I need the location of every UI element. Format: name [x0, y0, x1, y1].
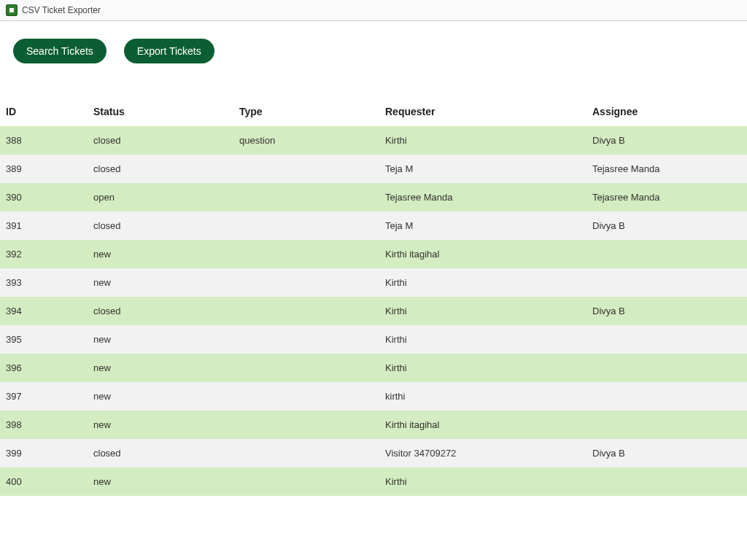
cell-type: [233, 354, 379, 382]
cell-status: new: [88, 382, 233, 411]
table-row[interactable]: 392newKirthi itagihal: [0, 240, 747, 268]
cell-type: [233, 467, 379, 496]
cell-assignee: Tejasree Manda: [587, 183, 747, 211]
cell-assignee: [587, 467, 747, 496]
cell-requester: Kirthi: [379, 297, 587, 325]
cell-status: new: [88, 354, 233, 382]
app-title: CSV Ticket Exporter: [22, 5, 101, 15]
cell-assignee: Divya B: [587, 126, 747, 155]
window-titlebar: CSV Ticket Exporter: [0, 0, 747, 21]
table-row[interactable]: 399closedVisitor 34709272Divya B: [0, 439, 747, 467]
cell-status: new: [88, 325, 233, 354]
cell-type: [233, 411, 379, 439]
cell-id: 392: [0, 240, 88, 268]
cell-id: 398: [0, 411, 88, 439]
cell-requester: Teja M: [379, 155, 587, 183]
cell-assignee: [587, 411, 747, 439]
cell-type: question: [233, 126, 379, 155]
col-header-id: ID: [0, 97, 88, 126]
table-row[interactable]: 393newKirthi: [0, 268, 747, 297]
cell-requester: Kirthi: [379, 354, 587, 382]
cell-assignee: Divya B: [587, 211, 747, 240]
cell-type: [233, 155, 379, 183]
cell-requester: Kirthi: [379, 325, 587, 354]
cell-id: 389: [0, 155, 88, 183]
cell-status: new: [88, 268, 233, 297]
cell-type: [233, 240, 379, 268]
cell-assignee: Tejasree Manda: [587, 155, 747, 183]
cell-assignee: [587, 325, 747, 354]
cell-status: closed: [88, 297, 233, 325]
cell-status: closed: [88, 155, 233, 183]
cell-status: new: [88, 411, 233, 439]
cell-id: 393: [0, 268, 88, 297]
cell-type: [233, 268, 379, 297]
cell-type: [233, 382, 379, 411]
cell-status: closed: [88, 439, 233, 467]
cell-id: 400: [0, 467, 88, 496]
cell-id: 388: [0, 126, 88, 155]
table-row[interactable]: 391closedTeja MDivya B: [0, 211, 747, 240]
cell-assignee: Divya B: [587, 439, 747, 467]
toolbar: Search Tickets Export Tickets: [0, 21, 747, 97]
col-header-requester: Requester: [379, 97, 587, 126]
cell-requester: Kirthi: [379, 126, 587, 155]
table-row[interactable]: 400newKirthi: [0, 467, 747, 496]
cell-type: [233, 211, 379, 240]
col-header-status: Status: [88, 97, 233, 126]
cell-status: new: [88, 240, 233, 268]
cell-requester: Kirthi itagihal: [379, 240, 587, 268]
cell-status: open: [88, 183, 233, 211]
cell-requester: kirthi: [379, 382, 587, 411]
cell-id: 394: [0, 297, 88, 325]
cell-assignee: [587, 268, 747, 297]
cell-requester: Visitor 34709272: [379, 439, 587, 467]
table-row[interactable]: 395newKirthi: [0, 325, 747, 354]
cell-id: 395: [0, 325, 88, 354]
table-row[interactable]: 388closedquestionKirthiDivya B: [0, 126, 747, 155]
cell-assignee: [587, 240, 747, 268]
cell-id: 397: [0, 382, 88, 411]
cell-id: 390: [0, 183, 88, 211]
cell-id: 396: [0, 354, 88, 382]
table-row[interactable]: 390openTejasree MandaTejasree Manda: [0, 183, 747, 211]
tickets-table: ID Status Type Requester Assignee 388clo…: [0, 97, 747, 496]
table-header-row: ID Status Type Requester Assignee: [0, 97, 747, 126]
cell-status: new: [88, 467, 233, 496]
table-row[interactable]: 397newkirthi: [0, 382, 747, 411]
col-header-assignee: Assignee: [587, 97, 747, 126]
search-tickets-button[interactable]: Search Tickets: [13, 39, 107, 63]
cell-id: 391: [0, 211, 88, 240]
cell-type: [233, 297, 379, 325]
cell-requester: Tejasree Manda: [379, 183, 587, 211]
cell-type: [233, 183, 379, 211]
table-row[interactable]: 394closedKirthiDivya B: [0, 297, 747, 325]
cell-assignee: [587, 354, 747, 382]
cell-assignee: Divya B: [587, 297, 747, 325]
table-row[interactable]: 398newKirthi itagihal: [0, 411, 747, 439]
cell-requester: Teja M: [379, 211, 587, 240]
cell-type: [233, 325, 379, 354]
export-tickets-button[interactable]: Export Tickets: [124, 39, 214, 63]
cell-type: [233, 439, 379, 467]
cell-requester: Kirthi itagihal: [379, 411, 587, 439]
cell-requester: Kirthi: [379, 467, 587, 496]
cell-status: closed: [88, 126, 233, 155]
cell-requester: Kirthi: [379, 268, 587, 297]
cell-assignee: [587, 382, 747, 411]
app-icon: [6, 4, 18, 16]
table-row[interactable]: 389closedTeja MTejasree Manda: [0, 155, 747, 183]
table-row[interactable]: 396newKirthi: [0, 354, 747, 382]
col-header-type: Type: [233, 97, 379, 126]
cell-id: 399: [0, 439, 88, 467]
cell-status: closed: [88, 211, 233, 240]
